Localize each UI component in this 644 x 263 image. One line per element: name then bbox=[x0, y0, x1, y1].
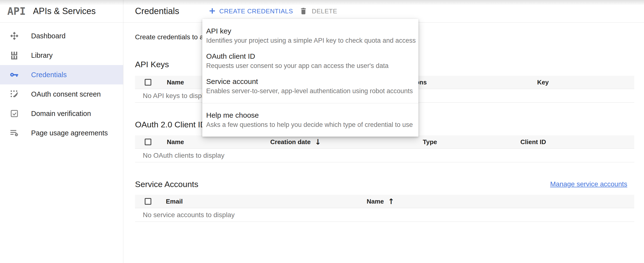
create-credentials-menu: API key Identifies your project using a … bbox=[202, 19, 418, 137]
column-header-label: Name bbox=[367, 198, 384, 205]
api-logo: API bbox=[7, 5, 26, 17]
delete-label: DELETE bbox=[312, 7, 337, 15]
oauth-clients-table-header: Name Creation date ↓ Type Client ID bbox=[135, 135, 634, 149]
plus-icon bbox=[208, 7, 216, 15]
sidebar-item-label: Library bbox=[31, 51, 53, 59]
menu-item-description: Enables server-to-server, app-level auth… bbox=[206, 87, 414, 95]
sidebar: API APIs & Services Dashboard bbox=[0, 0, 123, 263]
service-accounts-empty-text: No service accounts to display bbox=[143, 211, 234, 219]
oauth-clients-empty-text: No OAuth clients to display bbox=[143, 152, 224, 159]
column-header-label: Creation date bbox=[270, 138, 310, 146]
empty-row: No service accounts to display bbox=[135, 208, 634, 222]
column-header-client-id: Client ID bbox=[520, 138, 546, 146]
column-header-key: Key bbox=[537, 79, 549, 86]
trash-icon bbox=[300, 7, 307, 16]
sidebar-item-label: Domain verification bbox=[31, 110, 91, 118]
page-title: Credentials bbox=[135, 6, 179, 16]
sidebar-item-oauth-consent-screen[interactable]: OAuth consent screen bbox=[0, 84, 123, 104]
domain-verification-icon bbox=[10, 109, 18, 118]
oauth-clients-heading: OAuth 2.0 Client IDs bbox=[135, 119, 210, 130]
manage-service-accounts-link[interactable]: Manage service accounts bbox=[550, 180, 627, 188]
menu-item-description: Asks a few questions to help you decide … bbox=[206, 121, 414, 129]
sidebar-item-page-usage-agreements[interactable]: Page usage agreements bbox=[0, 123, 123, 143]
sidebar-item-label: OAuth consent screen bbox=[31, 90, 101, 98]
sidebar-item-credentials[interactable]: Credentials bbox=[0, 65, 123, 84]
column-header-name[interactable]: Name ↑ bbox=[367, 198, 394, 205]
menu-separator bbox=[202, 103, 418, 103]
intro-text: Create credentials to acc bbox=[135, 33, 210, 41]
column-header-creation-date[interactable]: Creation date ↓ bbox=[270, 138, 321, 146]
sidebar-item-domain-verification[interactable]: Domain verification bbox=[0, 104, 123, 123]
sort-desc-icon: ↓ bbox=[315, 138, 321, 146]
consent-screen-icon bbox=[10, 90, 18, 98]
sidebar-nav: Dashboard Library bbox=[0, 22, 123, 143]
sidebar-item-label: Dashboard bbox=[31, 32, 66, 40]
api-keys-empty-text: No API keys to display bbox=[143, 92, 210, 100]
column-header-email: Email bbox=[166, 198, 182, 205]
menu-item-oauth-client-id[interactable]: OAuth client ID Requests user consent so… bbox=[202, 48, 418, 73]
create-credentials-label: CREATE CREDENTIALS bbox=[219, 7, 293, 15]
menu-item-title: API key bbox=[206, 27, 414, 35]
product-title: APIs & Services bbox=[33, 6, 96, 16]
select-all-checkbox[interactable] bbox=[145, 198, 151, 205]
key-icon bbox=[10, 71, 18, 79]
sidebar-item-dashboard[interactable]: Dashboard bbox=[0, 26, 123, 46]
menu-item-description: Requests user consent so your app can ac… bbox=[206, 62, 414, 70]
agreements-icon bbox=[10, 129, 18, 137]
column-header-name: Name bbox=[167, 79, 184, 86]
sidebar-item-label: Credentials bbox=[31, 71, 67, 79]
menu-item-help-me-choose[interactable]: Help me choose Asks a few questions to h… bbox=[202, 107, 418, 132]
select-all-checkbox[interactable] bbox=[145, 79, 151, 86]
empty-row: No OAuth clients to display bbox=[135, 149, 634, 162]
service-accounts-heading: Service Accounts bbox=[135, 178, 198, 190]
menu-item-title: Service account bbox=[206, 77, 414, 86]
menu-item-description: Identifies your project using a simple A… bbox=[206, 36, 414, 45]
menu-item-api-key[interactable]: API key Identifies your project using a … bbox=[202, 23, 418, 48]
api-keys-heading: API Keys bbox=[135, 58, 169, 70]
menu-item-title: OAuth client ID bbox=[206, 52, 414, 61]
dashboard-icon bbox=[10, 32, 18, 40]
column-header-type: Type bbox=[423, 138, 437, 146]
sort-asc-icon: ↑ bbox=[388, 198, 394, 205]
menu-item-service-account[interactable]: Service account Enables server-to-server… bbox=[202, 73, 418, 99]
service-accounts-table: Email Name ↑ No service accounts to disp… bbox=[135, 195, 634, 222]
menu-item-title: Help me choose bbox=[206, 111, 414, 120]
library-icon bbox=[10, 51, 18, 59]
sidebar-header: API APIs & Services bbox=[0, 0, 123, 22]
service-accounts-table-header: Email Name ↑ bbox=[135, 195, 634, 208]
column-header-name: Name bbox=[167, 138, 184, 146]
sidebar-item-label: Page usage agreements bbox=[31, 129, 108, 137]
oauth-clients-table: Name Creation date ↓ Type Client ID No O… bbox=[135, 135, 634, 162]
sidebar-item-library[interactable]: Library bbox=[0, 46, 123, 65]
select-all-checkbox[interactable] bbox=[145, 139, 151, 145]
